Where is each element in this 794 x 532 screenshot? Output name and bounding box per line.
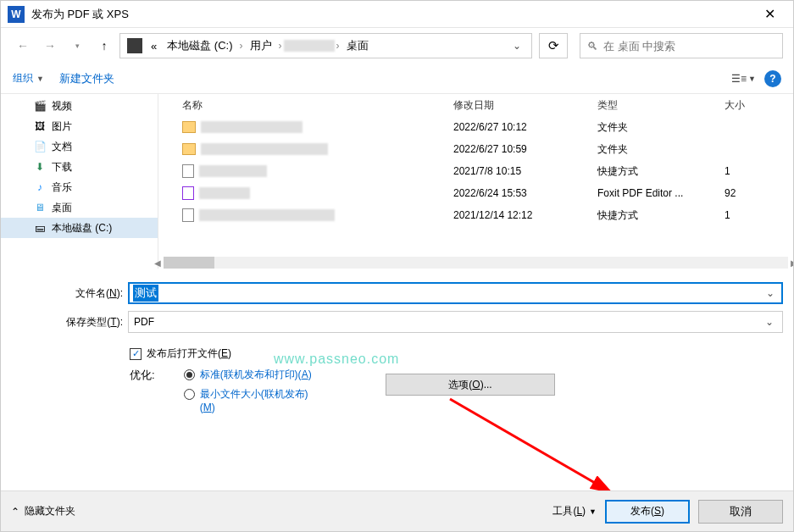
chevron-right-icon: ›: [238, 40, 245, 52]
dropdown-icon[interactable]: ⌄: [762, 316, 777, 328]
file-explorer: 🎬视频 🖼图片 📄文档 ⬇下载 ♪音乐 🖥桌面 🖴本地磁盘 (C:) 名称 修改…: [1, 94, 793, 269]
scroll-left-icon[interactable]: ◀: [152, 257, 164, 269]
col-size[interactable]: 大小: [725, 98, 793, 113]
tools-button[interactable]: 工具(L) ▼: [552, 504, 597, 518]
shortcut-icon: [182, 164, 194, 178]
window-title: 发布为 PDF 或 XPS: [31, 7, 752, 22]
crumb-item[interactable]: 桌面: [341, 36, 374, 55]
filename-value: 测试: [133, 285, 158, 302]
hide-folders-toggle[interactable]: ⌃ 隐藏文件夹: [11, 504, 75, 518]
forward-button[interactable]: →: [38, 34, 62, 58]
chevron-right-icon: ›: [277, 40, 284, 52]
view-mode-button[interactable]: ☰≡ ▼: [731, 73, 756, 85]
dropdown-icon[interactable]: ⌄: [763, 287, 778, 299]
help-button[interactable]: ?: [764, 70, 781, 87]
chevron-right-icon: ›: [335, 40, 341, 52]
chevron-up-icon: ⌃: [11, 506, 19, 518]
radio-standard[interactable]: 标准(联机发布和打印)(A): [184, 368, 319, 382]
publish-button[interactable]: 发布(S): [605, 500, 690, 524]
shortcut-icon: [182, 208, 194, 222]
address-dropdown[interactable]: ⌄: [506, 40, 528, 52]
filename-input[interactable]: 测试 ⌄: [128, 282, 783, 304]
nav-bar: ← → ▾ ↑ « 本地磁盘 (C:) › 用户 › › 桌面 ⌄ ⟳ 🔍︎: [1, 28, 793, 64]
new-folder-button[interactable]: 新建文件夹: [59, 71, 114, 86]
column-headers: 名称 修改日期 类型 大小: [158, 94, 793, 116]
sidebar-item-documents[interactable]: 📄文档: [1, 136, 158, 157]
toolbar: 组织▼ 新建文件夹 ☰≡ ▼ ?: [1, 64, 793, 94]
save-form: 文件名(N): 测试 ⌄ 保存类型(T): PDF ⌄: [1, 269, 793, 333]
cancel-button[interactable]: 取消: [698, 500, 783, 524]
crumb-item[interactable]: 本地磁盘 (C:): [162, 36, 237, 55]
close-button[interactable]: ✕: [752, 6, 786, 22]
col-date[interactable]: 修改日期: [453, 98, 597, 113]
drive-icon: [127, 38, 142, 53]
radio-icon: [184, 389, 195, 400]
sidebar: 🎬视频 🖼图片 📄文档 ⬇下载 ♪音乐 🖥桌面 🖴本地磁盘 (C:): [1, 94, 158, 269]
sidebar-item-music[interactable]: ♪音乐: [1, 177, 158, 197]
horizontal-scrollbar[interactable]: ◀ ▶: [164, 257, 788, 269]
filetype-select[interactable]: PDF ⌄: [128, 311, 783, 333]
file-list: 名称 修改日期 类型 大小 2022/6/27 10:12文件夹 2022/6/…: [158, 94, 793, 269]
back-button[interactable]: ←: [11, 34, 35, 58]
file-row[interactable]: 2022/6/24 15:53Foxit PDF Editor ...92: [158, 182, 793, 204]
sidebar-item-videos[interactable]: 🎬视频: [1, 96, 158, 116]
folder-icon: [182, 121, 196, 133]
refresh-button[interactable]: ⟳: [539, 33, 568, 58]
word-icon: W: [8, 6, 25, 23]
file-row[interactable]: 2021/12/14 12:12快捷方式1: [158, 204, 793, 226]
file-row[interactable]: 2022/6/27 10:12文件夹: [158, 116, 793, 138]
pdf-icon: [182, 186, 194, 200]
crumb-item[interactable]: 用户: [245, 36, 277, 55]
col-type[interactable]: 类型: [597, 98, 725, 113]
titlebar: W 发布为 PDF 或 XPS ✕: [1, 1, 793, 28]
filetype-label: 保存类型(T):: [11, 315, 128, 330]
sidebar-item-desktop[interactable]: 🖥桌面: [1, 197, 158, 218]
col-name[interactable]: 名称: [182, 98, 453, 113]
recent-dropdown[interactable]: ▾: [65, 34, 89, 58]
sidebar-item-pictures[interactable]: 🖼图片: [1, 116, 158, 136]
checkbox-icon: ✓: [130, 348, 142, 360]
crumb-start: «: [146, 38, 162, 54]
scroll-right-icon[interactable]: ▶: [788, 257, 794, 269]
footer: ⌃ 隐藏文件夹 工具(L) ▼ 发布(S) 取消: [1, 490, 793, 531]
file-row[interactable]: 2022/6/27 10:59文件夹: [158, 138, 793, 160]
radio-icon: [184, 369, 195, 380]
folder-icon: [182, 143, 196, 155]
up-button[interactable]: ↑: [92, 34, 116, 58]
search-box[interactable]: 🔍︎: [580, 33, 783, 58]
address-bar[interactable]: « 本地磁盘 (C:) › 用户 › › 桌面 ⌄: [119, 33, 532, 58]
options-button[interactable]: 选项(O)...: [386, 374, 555, 396]
file-row[interactable]: 2021/7/8 10:15快捷方式1: [158, 160, 793, 182]
filename-label: 文件名(N):: [11, 286, 128, 301]
search-icon: 🔍︎: [587, 40, 598, 53]
optimize-label: 优化:: [130, 368, 162, 383]
sidebar-item-localdisk[interactable]: 🖴本地磁盘 (C:): [1, 218, 158, 238]
sidebar-item-downloads[interactable]: ⬇下载: [1, 157, 158, 177]
search-input[interactable]: [603, 40, 775, 53]
organize-button[interactable]: 组织▼: [13, 71, 44, 86]
crumb-item-redacted[interactable]: [284, 40, 335, 52]
open-after-checkbox[interactable]: ✓ 发布后打开文件(E): [130, 346, 783, 361]
radio-minimum[interactable]: 最小文件大小(联机发布)(M): [184, 387, 319, 413]
scrollbar-thumb[interactable]: [164, 257, 214, 269]
